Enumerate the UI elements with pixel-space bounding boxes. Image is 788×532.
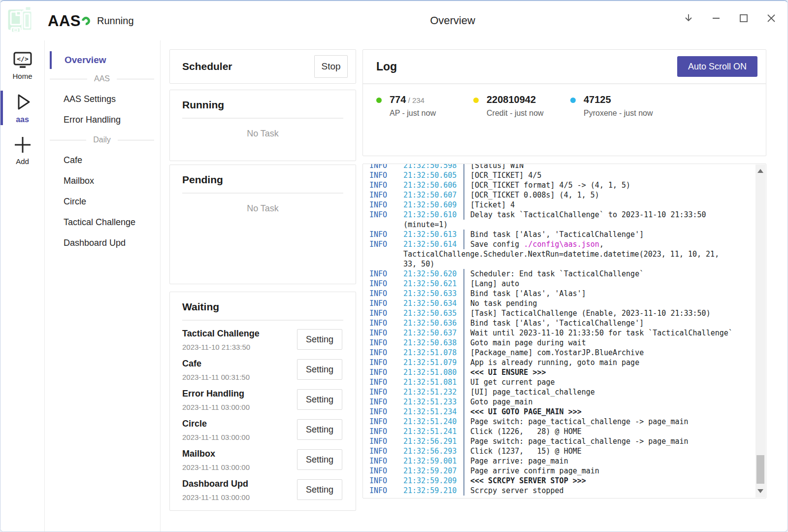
scheduler-card: Scheduler Stop [169,49,356,84]
log-row: INFO21:32:51.234<<< UI GOTO PAGE_MAIN >>… [363,407,766,417]
sidebar-item-dashboard-upd[interactable]: Dashboard Upd [45,233,160,253]
pending-card: Pending No Task [169,165,356,284]
stat-credit: 220810942 Credit - just now [473,94,570,118]
sidebar-item-tactical-challenge[interactable]: Tactical Challenge [45,212,160,233]
stat-value: 220810942 [487,94,536,105]
titlebar: AAS Running Overview [0,1,788,40]
waiting-title: Waiting [182,301,219,312]
running-title: Running [182,99,224,110]
rail-item-aas[interactable]: aas [0,91,44,125]
log-row: INFO21:32:50.621[Lang] auto [363,279,766,289]
rail-item-label: Home [12,72,32,80]
stat-label: AP - just now [390,109,436,118]
scroll-down-icon[interactable] [757,489,763,493]
svg-text:</>: </> [17,55,29,63]
log-row: INFO21:32:59.209<<< SCRCPY SERVER STOP >… [363,476,766,486]
log-row: INFO21:32:50.634No task pending [363,299,766,308]
scroll-up-icon[interactable] [757,169,763,173]
log-row: INFO21:32:50.635[Task] TacticalChallenge… [363,308,766,318]
sidebar-item-aas-settings[interactable]: AAS Settings [45,89,160,109]
sidebar-item-error-handling[interactable]: Error Handling [45,109,160,130]
setting-button[interactable]: Setting [297,419,342,440]
app-window: AAS Running Overview </> [0,0,788,532]
setting-button[interactable]: Setting [297,359,342,380]
stat-value: 774 [390,94,406,105]
sidebar-item-circle[interactable]: Circle [45,191,160,212]
scrollbar-thumb[interactable] [756,455,764,484]
log-row: INFO21:32:50.620Scheduler: End task `Tac… [363,269,766,279]
log-row: INFO21:32:50.605[OCR_TICKET] 4/5 [363,170,766,180]
log-row: INFO21:32:50.598[Status] WIN [363,164,766,170]
rail-item-home[interactable]: </> Home [0,48,44,83]
log-row: 33, 50) [363,259,766,269]
sidebar-nav: Overview AAS AAS Settings Error Handling… [45,40,161,532]
log-row: (minute=1) [363,220,766,230]
rail-item-label: Add [16,157,29,166]
stat-pyroxene: 47125 Pyroxene - just now [570,94,667,118]
log-scrollbar[interactable] [755,165,765,498]
log-row: INFO21:32:50.638Goto main page during wa… [363,338,766,348]
rail-item-label: aas [16,115,29,124]
log-row: INFO21:32:56.293Click (1237, 15) @ HOME [363,446,766,456]
download-icon[interactable] [678,8,699,29]
setting-button[interactable]: Setting [297,449,342,470]
scheduler-status-label: Running [97,15,134,27]
setting-button[interactable]: Setting [297,329,342,350]
waiting-item-error-handling: Error Handling 2023-11-11 03:00:00 Setti… [182,387,342,417]
log-row: INFO21:32:51.240Page switch: page_tactic… [363,417,766,427]
rail-item-add[interactable]: Add [0,133,44,167]
minimize-icon[interactable] [706,8,726,29]
setting-button[interactable]: Setting [297,479,342,500]
waiting-item-tactical-challenge: Tactical Challenge 2023-11-10 21:33:50 S… [182,327,342,357]
nav-section-label: Daily [93,135,111,144]
nav-section-label: AAS [94,74,110,83]
plus-icon [13,135,32,154]
ap-dot-icon [376,98,382,103]
log-row: INFO21:32:50.613Bind task ['Alas', 'Tact… [363,230,766,239]
page-title: Overview [430,14,475,27]
log-row: INFO21:32:51.079App is already running, … [363,358,766,367]
sidebar-item-cafe[interactable]: Cafe [45,150,160,170]
log-row: INFO21:32:51.233Goto page_main [363,397,766,407]
log-row: INFO21:32:50.633Bind task ['Alas', 'Alas… [363,289,766,299]
log-row: INFO21:32:59.207Page arrive confirm page… [363,466,766,476]
maximize-icon[interactable] [733,8,754,29]
credit-dot-icon [473,98,479,103]
log-row: INFO21:32:50.606[OCR_TICKET format] 4/5 … [363,180,766,190]
log-lines: INFO21:32:50.598[Status] WININFO21:32:50… [363,164,766,496]
stat-label: Credit - just now [487,109,544,118]
log-output[interactable]: INFO21:32:50.598[Status] WININFO21:32:50… [362,164,766,499]
running-empty-text: No Task [170,129,356,139]
pyroxene-dot-icon [570,98,576,103]
play-icon [12,92,33,112]
pending-empty-text: No Task [170,203,356,214]
log-row: INFO21:32:51.081UI get current page [363,377,766,387]
log-row: INFO21:32:59.001Page arrive: page_main [363,456,766,466]
log-row: INFO21:32:51.241Click (1226, 28) @ HOME [363,427,766,436]
left-rail: </> Home aas Add [0,40,45,532]
close-icon[interactable] [761,8,782,29]
log-row: INFO21:32:50.637Wait until 2023-11-10 21… [363,328,766,338]
log-title: Log [376,60,397,73]
log-row: INFO21:32:50.636Bind task ['Alas', 'Tact… [363,318,766,328]
app-name: AAS [48,12,81,30]
waiting-list: Tactical Challenge 2023-11-10 21:33:50 S… [170,321,356,507]
setting-button[interactable]: Setting [297,389,342,410]
log-row: INFO21:32:50.610Delay task `TacticalChal… [363,210,766,220]
nav-section-daily: Daily [45,130,160,150]
stop-button[interactable]: Stop [314,55,348,78]
running-spinner-icon [80,15,92,27]
sidebar-item-overview[interactable]: Overview [50,51,160,69]
log-row: INFO21:32:59.210Scrcpy server stopped [363,486,766,496]
window-controls [678,8,782,29]
auto-scroll-button[interactable]: Auto Scroll ON [677,56,757,77]
log-row: INFO21:32:56.291Page switch: page_tactic… [363,436,766,446]
stat-value: 47125 [584,94,611,105]
log-row: INFO21:32:51.078[Package_name] com.Yosta… [363,348,766,358]
app-logo-icon [5,5,37,34]
waiting-item-circle: Circle 2023-11-11 03:00:00 Setting [182,417,342,447]
sidebar-item-mailbox[interactable]: Mailbox [45,170,160,191]
waiting-card: Waiting Tactical Challenge 2023-11-10 21… [169,292,356,511]
log-row: TacticalChallenge.Scheduler.NextRun=date… [363,249,766,259]
log-row: INFO21:32:50.607[OCR_TICKET 0.008s] (4, … [363,190,766,200]
